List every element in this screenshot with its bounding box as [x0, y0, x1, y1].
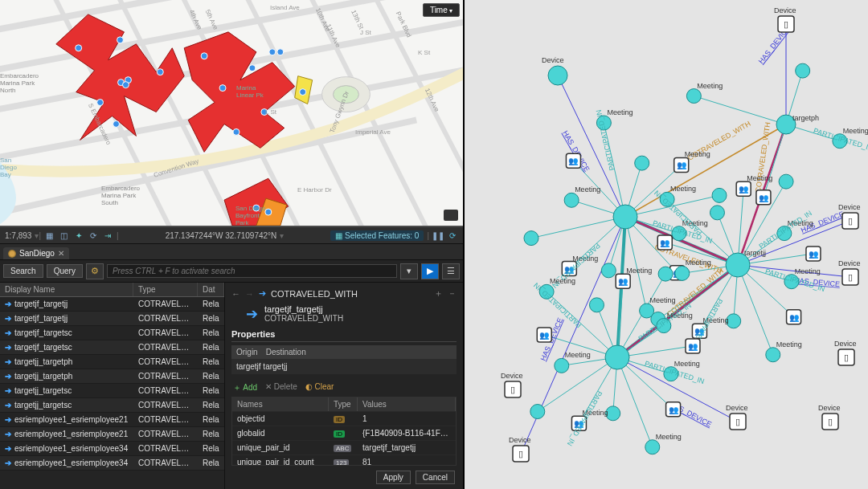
svg-text:👥: 👥: [688, 341, 698, 352]
rotate-icon[interactable]: ⟳: [88, 230, 99, 241]
time-dropdown[interactable]: Time: [423, 3, 460, 17]
svg-text:👥: 👥: [677, 160, 687, 170]
property-row[interactable]: globalidID{F1B40909-B116-41FC-95EE-FE715…: [232, 426, 456, 440]
nav-fwd-icon[interactable]: →: [245, 289, 254, 299]
svg-text:Meeting: Meeting: [575, 185, 600, 194]
svg-point-174: [675, 266, 690, 280]
table-row[interactable]: ➔esriemployee1_esriemployee21COTRAVELED_…: [0, 427, 224, 442]
tool-a-icon[interactable]: ◫: [59, 230, 70, 241]
svg-line-55: [531, 217, 625, 238]
svg-point-23: [157, 69, 163, 75]
svg-point-185: [779, 174, 793, 189]
search-input[interactable]: [107, 264, 397, 278]
svg-text:▯: ▯: [828, 417, 833, 426]
search-button[interactable]: Search: [3, 264, 43, 278]
svg-text:Meeting: Meeting: [670, 185, 696, 193]
svg-point-228: [796, 63, 810, 78]
property-row[interactable]: unique_pair_idABCtargetjf_targetjj: [232, 440, 456, 454]
table-row[interactable]: ➔targetjj_targetphCOTRAVELED_WITHRela: [0, 355, 224, 369]
table-row[interactable]: ➔esriemployee1_esriemployee34COTRAVELED_…: [0, 442, 224, 456]
cancel-button[interactable]: Cancel: [416, 471, 455, 484]
minus-icon[interactable]: －: [448, 287, 457, 300]
svg-text:👥: 👥: [789, 312, 800, 323]
property-row[interactable]: objectidID1: [232, 411, 456, 426]
col-ptype[interactable]: Type: [329, 397, 358, 411]
svg-text:Meeting: Meeting: [747, 174, 772, 182]
svg-text:👥: 👥: [539, 330, 550, 340]
svg-text:▯: ▯: [784, 19, 788, 29]
snap-icon[interactable]: ✦: [73, 230, 84, 241]
svg-text:Meeting: Meeting: [650, 296, 676, 304]
svg-point-143: [601, 263, 616, 278]
svg-text:Device: Device: [542, 56, 564, 64]
col-type[interactable]: Type: [133, 283, 198, 296]
map-view[interactable]: Time Island Ave J St K St L St Imperial …: [0, 0, 463, 226]
link-chart[interactable]: COTRAVELED_WITH COTRAVELED_WITH COTRAVEL…: [465, 0, 868, 489]
svg-text:Meeting: Meeting: [843, 127, 868, 135]
svg-text:▯: ▯: [735, 417, 740, 426]
svg-text:Meeting: Meeting: [550, 277, 575, 285]
list-icon[interactable]: ☰: [442, 263, 460, 279]
table-row[interactable]: ➔targetjf_targetjjCOTRAVELED_WITHRela: [0, 297, 224, 312]
svg-point-166: [766, 348, 780, 362]
col-values[interactable]: Values: [358, 397, 456, 411]
svg-text:👥: 👥: [809, 249, 819, 259]
tabstrip: SanDiego ✕: [0, 244, 463, 260]
svg-point-203: [530, 405, 545, 419]
svg-point-149: [564, 193, 579, 207]
search-dropdown-icon[interactable]: ▾: [400, 263, 418, 279]
svg-line-52: [625, 217, 647, 311]
svg-point-24: [201, 53, 207, 59]
svg-text:▯: ▯: [518, 449, 523, 458]
add-icon[interactable]: ＋: [434, 287, 443, 300]
col-names[interactable]: Names: [232, 397, 329, 411]
svg-point-31: [300, 89, 306, 96]
col-dat[interactable]: Dat: [198, 283, 224, 296]
svg-text:Device: Device: [838, 259, 861, 267]
table-row[interactable]: ➔targetjf_targetscCOTRAVELED_WITHRela: [0, 326, 224, 340]
svg-line-64: [738, 265, 773, 355]
svg-point-21: [97, 100, 104, 106]
results-list: Display Name Type Dat ➔targetjf_targetjj…: [0, 283, 225, 489]
basemap-icon[interactable]: [444, 210, 458, 221]
close-icon[interactable]: ✕: [58, 249, 64, 258]
query-button[interactable]: Query: [47, 264, 83, 278]
svg-line-78: [617, 357, 653, 447]
svg-point-226: [686, 89, 701, 104]
settings-icon[interactable]: ⚙: [86, 263, 104, 279]
scale-text[interactable]: 1:7,893: [5, 231, 31, 240]
grid-icon[interactable]: ▦: [44, 230, 55, 241]
table-row[interactable]: ➔esriemployee1_esriemployee21COTRAVELED_…: [0, 413, 224, 427]
table-row[interactable]: ➔targetjj_targetscCOTRAVELED_WITHRela: [0, 384, 224, 398]
search-toolbar: Search Query ⚙ ▾ ▶ ☰: [0, 260, 463, 283]
clear-button[interactable]: ◐ Clear: [305, 382, 334, 393]
add-property-button[interactable]: ＋ Add: [233, 382, 257, 393]
table-row[interactable]: ➔targetjf_targetjjCOTRAVELED_WITHRela: [0, 312, 224, 326]
table-row[interactable]: ➔targetjj_targetphCOTRAVELED_WITHRela: [0, 369, 224, 384]
property-row[interactable]: unique_pair_id_count12381: [232, 454, 456, 466]
run-icon[interactable]: ▶: [421, 263, 439, 279]
svg-text:Meeting: Meeting: [656, 433, 682, 441]
apply-button[interactable]: Apply: [376, 471, 411, 484]
svg-text:Device: Device: [834, 340, 857, 348]
table-row[interactable]: ➔targetjj_targetscCOTRAVELED_WITHRela: [0, 398, 224, 413]
table-row[interactable]: ➔targetjf_targetscCOTRAVELED_WITHRela: [0, 340, 224, 355]
tab-sandiego[interactable]: SanDiego ✕: [3, 247, 69, 259]
selected-features[interactable]: ▦ Selected Features: 0: [330, 230, 424, 241]
knowledge-graph-icon: [8, 250, 16, 258]
properties-header: Properties: [231, 329, 457, 342]
constraint-icon[interactable]: ⇥: [102, 230, 113, 241]
svg-point-156: [635, 156, 649, 170]
svg-marker-13: [56, 14, 184, 140]
table-row[interactable]: ➔esriemployee1_esriemployee34COTRAVELED_…: [0, 456, 224, 471]
nav-back-icon[interactable]: ←: [231, 289, 240, 299]
svg-point-35: [122, 82, 129, 88]
svg-text:▯: ▯: [848, 272, 853, 282]
delete-property-button[interactable]: ✕ Delete: [265, 382, 297, 393]
pause-icon[interactable]: ❚❚: [432, 230, 444, 241]
refresh-icon[interactable]: ⟳: [447, 230, 458, 241]
svg-text:targetjj: targetjj: [744, 249, 766, 257]
svg-text:Meeting: Meeting: [686, 259, 711, 267]
svg-text:Meeting: Meeting: [685, 150, 710, 158]
col-display-name[interactable]: Display Name: [0, 283, 133, 296]
